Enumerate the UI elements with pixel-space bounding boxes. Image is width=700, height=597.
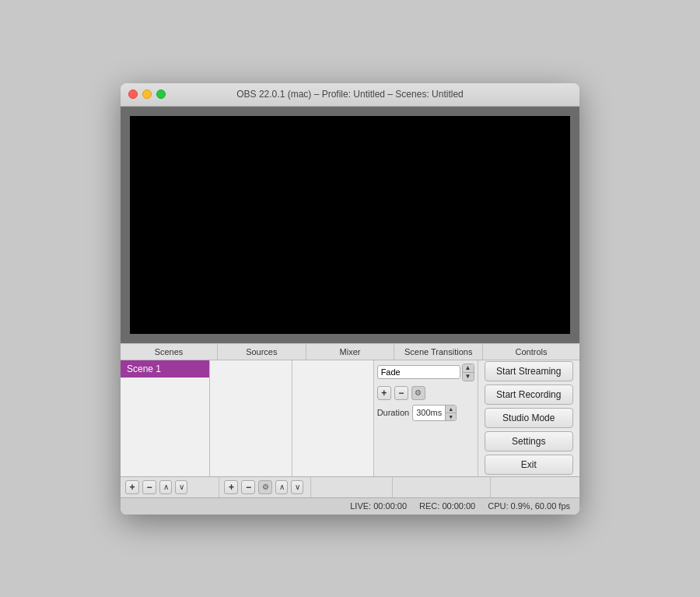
transition-remove-button[interactable]: −: [394, 386, 408, 400]
sources-remove-button[interactable]: −: [241, 480, 255, 494]
duration-up[interactable]: ▲: [445, 406, 456, 413]
live-status: LIVE: 00:00:00: [350, 501, 407, 511]
cpu-status: CPU: 0.9%, 60.00 fps: [488, 501, 570, 511]
transition-arrow-down[interactable]: ▼: [463, 373, 474, 381]
duration-arrows: ▲ ▼: [445, 406, 456, 420]
window-title: OBS 22.0.1 (mac) – Profile: Untitled – S…: [236, 89, 463, 100]
scenes-remove-button[interactable]: −: [142, 480, 156, 494]
duration-down[interactable]: ▼: [445, 413, 456, 420]
sources-toolbar: + − ⚙ ∧ ∨: [219, 477, 310, 497]
maximize-button[interactable]: [156, 90, 166, 99]
controls-toolbar-spacer: [491, 477, 579, 497]
obs-window: OBS 22.0.1 (mac) – Profile: Untitled – S…: [121, 83, 579, 514]
minimize-button[interactable]: [142, 90, 152, 99]
sources-header: Sources: [218, 344, 306, 360]
scenes-header: Scenes: [121, 344, 218, 360]
duration-row: Duration 300ms ▲ ▼: [377, 405, 474, 421]
rec-time: 00:00:00: [442, 501, 475, 511]
close-button[interactable]: [128, 90, 138, 99]
exit-button[interactable]: Exit: [485, 455, 573, 475]
sources-gear-button[interactable]: ⚙: [258, 480, 272, 494]
sources-down-button[interactable]: ∨: [291, 480, 303, 494]
live-time: 00:00:00: [373, 501, 407, 511]
sources-up-button[interactable]: ∧: [275, 480, 288, 494]
transition-add-button[interactable]: +: [377, 386, 391, 400]
mixer-panel: [292, 360, 374, 476]
controls-panel: Start Streaming Start Recording Studio M…: [478, 360, 579, 476]
toolbar-row: + − ∧ ∨ + − ⚙ ∧ ∨: [121, 477, 579, 497]
scenes-panel: Scene 1: [121, 360, 210, 476]
transition-controls: + − ⚙: [377, 386, 474, 400]
scenes-toolbar: + − ∧ ∨: [121, 477, 219, 497]
scene-item[interactable]: Scene 1: [121, 360, 209, 378]
start-streaming-button[interactable]: Start Streaming: [485, 361, 573, 381]
scenes-down-button[interactable]: ∨: [175, 480, 187, 494]
transitions-toolbar-spacer: [393, 477, 491, 497]
sources-add-button[interactable]: +: [224, 480, 238, 494]
studio-mode-button[interactable]: Studio Mode: [485, 408, 573, 428]
rec-label: REC:: [419, 501, 439, 511]
mixer-header: Mixer: [306, 344, 395, 360]
transition-select[interactable]: Fade Cut: [377, 365, 460, 379]
transition-gear-button[interactable]: ⚙: [411, 386, 425, 400]
scenes-add-button[interactable]: +: [125, 480, 139, 494]
transition-arrow-up[interactable]: ▲: [463, 364, 474, 373]
rec-status: REC: 00:00:00: [419, 501, 475, 511]
settings-button[interactable]: Settings: [485, 431, 573, 451]
duration-input-wrapper: 300ms ▲ ▼: [412, 405, 457, 421]
status-bar: LIVE: 00:00:00 REC: 00:00:00 CPU: 0.9%, …: [121, 497, 579, 514]
bottom-panel: Scenes Sources Mixer Scene Transitions C…: [121, 343, 579, 514]
controls-header: Controls: [483, 344, 579, 360]
panels-row: Scene 1 Fade Cut ▲ ▼: [121, 360, 579, 477]
duration-value: 300ms: [413, 406, 445, 419]
panel-headers: Scenes Sources Mixer Scene Transitions C…: [121, 343, 579, 360]
transitions-panel: Fade Cut ▲ ▼ + − ⚙ Duration 30: [374, 360, 478, 476]
duration-label: Duration: [377, 408, 410, 417]
transition-select-arrows: ▲ ▼: [462, 363, 474, 381]
transition-select-row: Fade Cut ▲ ▼: [377, 363, 474, 381]
preview-container: [121, 107, 579, 343]
scenes-up-button[interactable]: ∧: [159, 480, 172, 494]
title-bar: OBS 22.0.1 (mac) – Profile: Untitled – S…: [121, 83, 579, 107]
preview-screen: [130, 116, 570, 334]
sources-panel: [210, 360, 292, 476]
traffic-lights: [128, 90, 166, 99]
live-label: LIVE:: [350, 501, 371, 511]
transitions-header: Scene Transitions: [394, 344, 483, 360]
mixer-toolbar-spacer: [311, 477, 393, 497]
start-recording-button[interactable]: Start Recording: [485, 385, 573, 405]
